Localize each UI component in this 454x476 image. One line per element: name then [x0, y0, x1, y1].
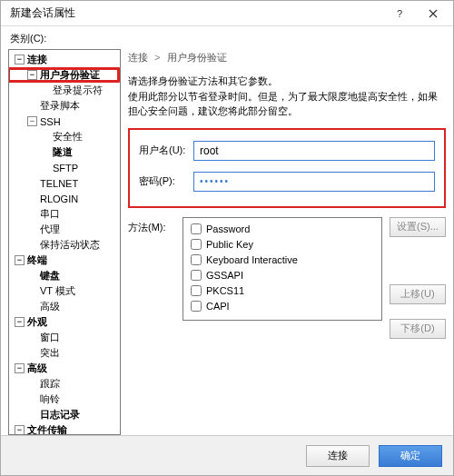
- methods-row: 方法(M): PasswordPublic KeyKeyboard Intera…: [128, 217, 446, 339]
- tree-item[interactable]: 高级: [9, 299, 120, 314]
- tree-item[interactable]: −SSH: [9, 114, 120, 129]
- tree-item[interactable]: 响铃: [9, 392, 120, 407]
- tree-item-label: 保持活动状态: [40, 238, 100, 252]
- collapse-icon[interactable]: −: [15, 255, 25, 265]
- tree-spacer: [27, 302, 37, 312]
- tree-item-label: 高级: [27, 362, 47, 375]
- tree-spacer: [40, 85, 50, 95]
- category-tree[interactable]: −连接−用户身份验证登录提示符登录脚本−SSH安全性隧道SFTPTELNETRL…: [8, 49, 121, 435]
- connect-button[interactable]: 连接: [306, 445, 370, 467]
- tree-item-label: 用户身份验证: [40, 68, 100, 82]
- tree-spacer: [40, 147, 50, 157]
- method-checkbox[interactable]: [191, 285, 202, 296]
- tree-item-label: 键盘: [40, 269, 60, 283]
- method-item[interactable]: Password: [191, 222, 374, 237]
- tree-spacer: [27, 379, 37, 389]
- tree-spacer: [27, 271, 37, 281]
- tree-item[interactable]: −用户身份验证: [8, 67, 120, 83]
- tree-spacer: [27, 209, 37, 219]
- tree-item[interactable]: −连接: [9, 52, 120, 67]
- tree-spacer: [27, 178, 37, 188]
- collapse-icon[interactable]: −: [15, 317, 25, 327]
- tree-item[interactable]: −文件传输: [9, 422, 120, 435]
- tree-item[interactable]: −高级: [9, 361, 120, 376]
- tree-spacer: [27, 193, 37, 203]
- tree-spacer: [27, 394, 37, 404]
- method-label: Public Key: [206, 239, 253, 250]
- tree-item-label: 终端: [27, 253, 47, 267]
- move-down-button[interactable]: 下移(D): [390, 319, 446, 339]
- collapse-icon[interactable]: −: [15, 55, 25, 64]
- tree-item[interactable]: 保持活动状态: [9, 237, 120, 253]
- username-row: 用户名(U):: [139, 141, 435, 161]
- tree-item[interactable]: −终端: [9, 253, 120, 268]
- desc-line2: 使用此部分以节省登录时间。但是，为了最大限度地提高安全性，如果担心安全问题，建议…: [128, 89, 446, 119]
- tree-item-label: 登录提示符: [53, 84, 103, 97]
- collapse-icon[interactable]: −: [15, 363, 25, 373]
- tree-item[interactable]: TELNET: [9, 175, 120, 191]
- tree-spacer: [27, 410, 37, 420]
- tree-item[interactable]: 跟踪: [9, 376, 120, 392]
- tree-item[interactable]: 安全性: [9, 129, 120, 144]
- method-item[interactable]: Keyboard Interactive: [191, 253, 374, 268]
- tree-item[interactable]: 日志记录: [9, 407, 120, 422]
- tree-item[interactable]: 登录提示符: [9, 83, 120, 98]
- method-checkbox[interactable]: [191, 270, 202, 281]
- tree-item-label: SSH: [40, 116, 61, 127]
- password-label: 密码(P):: [139, 174, 193, 188]
- tree-item-label: SFTP: [53, 163, 78, 174]
- collapse-icon[interactable]: −: [27, 70, 37, 80]
- collapse-icon[interactable]: −: [15, 425, 25, 435]
- breadcrumb: 连接 > 用户身份验证: [128, 51, 446, 64]
- method-checkbox[interactable]: [191, 301, 202, 312]
- settings-button[interactable]: 设置(S)...: [390, 217, 446, 237]
- method-checkbox[interactable]: [191, 239, 202, 250]
- tree-item[interactable]: 窗口: [9, 330, 120, 345]
- method-checkbox[interactable]: [191, 254, 202, 265]
- method-item[interactable]: Public Key: [191, 237, 374, 253]
- tree-item-label: 串口: [40, 207, 60, 221]
- tree-item-label: VT 模式: [40, 284, 75, 298]
- tree-item-label: 窗口: [40, 331, 60, 344]
- tree-item[interactable]: RLOGIN: [9, 191, 120, 206]
- breadcrumb-parent: 连接: [128, 52, 148, 63]
- chevron-right-icon: >: [154, 52, 160, 63]
- method-item[interactable]: PKCS11: [191, 283, 374, 299]
- tree-spacer: [27, 240, 37, 250]
- tree-item-label: 响铃: [40, 392, 60, 406]
- move-up-button[interactable]: 上移(U): [390, 284, 446, 304]
- category-label: 类别(C):: [1, 26, 453, 49]
- method-checkbox[interactable]: [191, 223, 202, 234]
- tree-item[interactable]: 串口: [9, 206, 120, 222]
- collapse-icon[interactable]: −: [27, 116, 37, 126]
- ok-button[interactable]: 确定: [379, 445, 442, 467]
- body: −连接−用户身份验证登录提示符登录脚本−SSH安全性隧道SFTPTELNETRL…: [1, 49, 453, 435]
- tree-item-label: 突出: [40, 346, 60, 360]
- tree-item[interactable]: 突出: [9, 345, 120, 361]
- tree-item-label: TELNET: [40, 178, 78, 189]
- tree-item[interactable]: VT 模式: [9, 283, 120, 299]
- tree-item[interactable]: −外观: [9, 314, 120, 330]
- method-item[interactable]: CAPI: [191, 299, 374, 314]
- methods-list[interactable]: PasswordPublic KeyKeyboard InteractiveGS…: [183, 217, 382, 321]
- tree-item-label: 代理: [40, 223, 60, 236]
- titlebar: 新建会话属性 ?: [1, 1, 453, 26]
- close-button[interactable]: [417, 3, 449, 25]
- tree-spacer: [27, 224, 37, 234]
- tree-item[interactable]: 登录脚本: [9, 98, 120, 114]
- tree-spacer: [27, 286, 37, 296]
- tree-item-label: 跟踪: [40, 377, 60, 391]
- password-input[interactable]: [193, 172, 435, 192]
- tree-item[interactable]: 代理: [9, 222, 120, 237]
- tree-item[interactable]: SFTP: [9, 160, 120, 175]
- tree-item[interactable]: 键盘: [9, 268, 120, 283]
- description: 请选择身份验证方法和其它参数。 使用此部分以节省登录时间。但是，为了最大限度地提…: [128, 74, 446, 119]
- method-label: CAPI: [206, 301, 230, 312]
- tree-item-label: 文件传输: [27, 423, 67, 435]
- tree-item[interactable]: 隧道: [9, 144, 120, 160]
- method-item[interactable]: GSSAPI: [191, 268, 374, 283]
- close-icon: [429, 9, 438, 18]
- breadcrumb-current: 用户身份验证: [167, 52, 227, 63]
- help-button[interactable]: ?: [384, 3, 417, 25]
- username-input[interactable]: [193, 141, 435, 161]
